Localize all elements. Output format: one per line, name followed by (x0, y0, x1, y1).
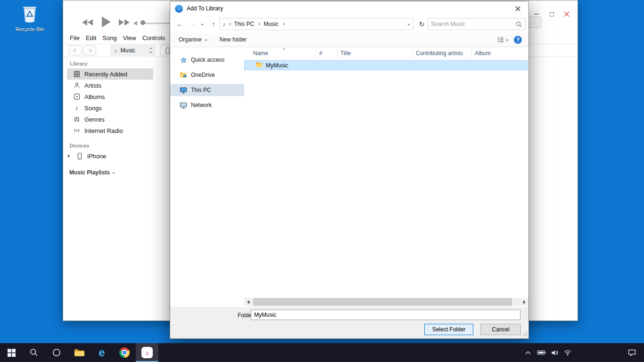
cortana-button[interactable] (45, 343, 68, 362)
back-button[interactable]: ← (174, 19, 185, 29)
nav-item-network[interactable]: Network (170, 99, 244, 111)
recent-locations-dropdown[interactable] (198, 19, 206, 29)
recycle-bin-icon (20, 4, 39, 25)
scrollbar-track[interactable] (252, 298, 520, 306)
change-view-button[interactable] (497, 36, 508, 43)
volume-slider-knob[interactable] (140, 20, 145, 25)
sidebar-item-albums[interactable]: Albums (67, 91, 153, 102)
volume-slider[interactable] (143, 23, 173, 24)
menu-view[interactable]: View (123, 34, 136, 41)
search-icon[interactable] (516, 21, 522, 27)
column-header-name[interactable]: Name (244, 47, 316, 59)
itunes-taskbar-button[interactable]: ♪ (136, 343, 158, 362)
breadcrumb-music[interactable]: Music (260, 18, 281, 30)
nav-item-onedrive[interactable]: OneDrive (170, 69, 244, 81)
breadcrumb-separator-icon (257, 23, 260, 25)
organise-button[interactable]: Organise (179, 36, 207, 43)
play-button[interactable] (102, 16, 111, 27)
address-dropdown-button[interactable] (405, 23, 413, 25)
refresh-button[interactable]: ↻ (416, 18, 428, 30)
cortana-icon (52, 348, 61, 357)
albums-icon (73, 93, 80, 100)
nav-item-label: Quick access (191, 57, 224, 63)
music-note-icon: ♪ (114, 47, 117, 54)
battery-tray-button[interactable] (537, 343, 546, 362)
sort-ascending-icon (282, 48, 285, 51)
close-button[interactable] (561, 9, 573, 19)
genres-icon (73, 116, 80, 123)
scrollbar-thumb[interactable] (253, 298, 512, 306)
rewind-button[interactable] (82, 19, 93, 26)
nav-item-quick-access[interactable]: Quick access (170, 54, 244, 66)
sidebar-item-recently-added[interactable]: Recently Added (67, 68, 153, 80)
expand-arrow-icon[interactable] (68, 154, 70, 158)
column-header-contributing-artists[interactable]: Contributing artists (413, 47, 472, 59)
quick-access-star-icon (180, 57, 187, 64)
network-tray-button[interactable] (563, 343, 572, 362)
folder-name-input[interactable] (251, 310, 520, 320)
network-icon (180, 102, 187, 109)
cancel-button[interactable]: Cancel (480, 324, 521, 335)
dialog-nav-row: ← → ↑ ♪ This PC Music ↻ (170, 16, 528, 33)
dialog-footer: Folder: Select Folder Cancel (170, 307, 528, 338)
search-box (428, 18, 526, 30)
sidebar-item-genres[interactable]: Genres (67, 114, 153, 125)
forward-button[interactable]: → (187, 19, 198, 29)
recycle-bin[interactable]: Recycle Bin (12, 4, 47, 32)
show-hidden-icons-button[interactable] (523, 343, 533, 362)
scroll-right-button[interactable] (520, 298, 528, 306)
sidebar-item-artists[interactable]: Artists (67, 80, 153, 91)
sidebar-item-songs[interactable]: ♪ Songs (67, 102, 153, 114)
column-header-number[interactable]: # (316, 47, 338, 59)
column-header-title[interactable]: Title (338, 47, 413, 59)
menu-controls[interactable]: Controls (142, 34, 165, 41)
chevron-down-icon (506, 38, 509, 41)
chevron-down-icon (112, 171, 115, 174)
taskbar: e ♪ (0, 343, 644, 362)
list-view-icon (497, 36, 504, 43)
internet-explorer-button[interactable]: e (91, 343, 113, 362)
breadcrumb-this-pc[interactable]: This PC (231, 18, 258, 30)
horizontal-scrollbar[interactable] (244, 298, 528, 306)
menu-edit[interactable]: Edit (86, 34, 96, 41)
sidebar-item-iphone[interactable]: iPhone (67, 150, 153, 162)
help-button[interactable]: ? (514, 36, 522, 44)
start-button[interactable] (0, 343, 23, 362)
action-center-icon (628, 349, 636, 356)
address-bar[interactable]: ♪ This PC Music (219, 18, 413, 30)
sidebar-item-label: Recently Added (84, 71, 127, 78)
onedrive-icon (180, 72, 187, 78)
add-to-library-dialog: ♪ Add To Library ← → ↑ ♪ This PC Music ↻ (170, 1, 529, 339)
resize-grip[interactable] (522, 331, 527, 337)
sidebar-item-internet-radio[interactable]: Internet Radio (67, 125, 153, 136)
system-tray (523, 343, 572, 362)
nav-item-this-pc[interactable]: This PC (170, 84, 244, 96)
scroll-left-button[interactable] (244, 298, 252, 306)
volume-tray-button[interactable] (550, 343, 559, 362)
search-input[interactable] (428, 21, 516, 27)
column-header-album[interactable]: Album (472, 47, 528, 59)
file-row-mymusic[interactable]: MyMusic (244, 60, 528, 70)
file-list-header: Name # Title Contributing artists Album (244, 47, 528, 59)
music-playlists-heading[interactable]: Music Playlists (69, 169, 157, 176)
volume-icon (134, 21, 139, 27)
fast-forward-button[interactable] (118, 19, 130, 26)
media-kind-selector[interactable]: ♪ Music (110, 45, 156, 56)
chrome-button[interactable] (113, 343, 136, 362)
up-button[interactable]: ↑ (208, 19, 219, 29)
itunes-back-button[interactable] (69, 45, 82, 56)
menu-song[interactable]: Song (102, 34, 116, 41)
action-center-button[interactable] (621, 343, 642, 362)
select-folder-button[interactable]: Select Folder (424, 324, 473, 335)
iphone-icon (165, 47, 170, 54)
file-explorer-button[interactable] (68, 343, 91, 362)
dialog-close-button[interactable] (507, 1, 528, 16)
maximize-button[interactable] (545, 9, 558, 19)
new-folder-button[interactable]: New folder (220, 36, 247, 43)
menu-file[interactable]: File (70, 34, 80, 41)
internet-explorer-icon: e (99, 347, 105, 358)
breadcrumb-separator-icon (282, 23, 285, 25)
taskbar-search-button[interactable] (23, 343, 45, 362)
itunes-forward-button[interactable] (83, 45, 96, 56)
recently-added-icon (73, 71, 80, 77)
